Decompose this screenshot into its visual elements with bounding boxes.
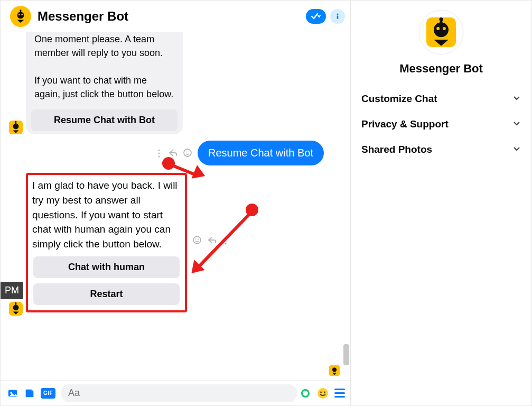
add-gif-button[interactable]: GIF <box>41 388 55 399</box>
svg-point-3 <box>18 14 20 15</box>
svg-point-22 <box>13 305 19 311</box>
svg-point-18 <box>198 239 199 240</box>
svg-point-27 <box>10 392 12 394</box>
svg-point-28 <box>318 388 328 399</box>
svg-point-25 <box>332 367 337 372</box>
user-message-row: Resume Chat with Bot <box>6 141 324 165</box>
svg-point-29 <box>320 391 322 393</box>
bot-message-text: One moment please. A team member will re… <box>26 32 183 106</box>
svg-point-10 <box>158 149 160 151</box>
bot-message-block: I am glad to have you back. I will try m… <box>6 169 344 312</box>
menu-button[interactable] <box>334 389 345 398</box>
message-actions <box>155 148 192 159</box>
svg-point-14 <box>186 151 187 152</box>
bot-bubble: One moment please. A team member will re… <box>26 32 183 134</box>
svg-point-15 <box>189 151 190 152</box>
bot-icon <box>9 121 23 134</box>
message-actions <box>192 235 229 246</box>
bot-icon <box>9 302 23 316</box>
svg-point-30 <box>324 391 325 393</box>
bot-message-block: One moment please. A team member will re… <box>6 32 344 134</box>
svg-point-4 <box>21 14 23 15</box>
section-customize-chat[interactable]: Customize Chat <box>358 86 524 112</box>
notification-mute-toggle[interactable] <box>306 9 326 24</box>
section-privacy-support[interactable]: Privacy & Support <box>358 112 524 137</box>
message-input[interactable] <box>61 384 297 402</box>
react-icon[interactable] <box>183 148 192 158</box>
svg-point-2 <box>20 10 21 11</box>
more-icon[interactable] <box>222 235 229 246</box>
svg-point-24 <box>15 302 17 304</box>
resume-chat-button[interactable]: Resume Chat with Bot <box>31 109 178 131</box>
seen-indicator-avatar <box>329 365 340 376</box>
pm-time-tag: PM <box>1 282 23 299</box>
chat-scrollbar[interactable] <box>342 32 350 380</box>
info-title: Messenger Bot <box>399 62 483 76</box>
svg-point-12 <box>158 155 160 157</box>
section-label: Shared Photos <box>361 144 432 155</box>
info-icon <box>334 13 341 20</box>
svg-point-33 <box>440 17 443 21</box>
chevron-down-icon <box>512 93 521 105</box>
svg-point-20 <box>225 240 226 242</box>
reply-icon[interactable] <box>207 235 217 245</box>
svg-point-13 <box>184 149 191 156</box>
chat-avatar[interactable] <box>10 6 31 27</box>
svg-point-17 <box>195 239 197 240</box>
svg-point-5 <box>337 13 338 15</box>
svg-point-19 <box>225 237 226 238</box>
restart-button[interactable]: Restart <box>33 283 180 305</box>
hamburger-icon <box>334 389 345 398</box>
svg-point-11 <box>158 152 160 154</box>
bot-icon <box>329 365 340 376</box>
reply-icon[interactable] <box>168 148 178 158</box>
svg-point-34 <box>436 27 440 30</box>
conversation-info-button[interactable] <box>330 9 345 24</box>
add-photo-button[interactable] <box>7 387 18 399</box>
bot-mini-avatar <box>9 121 23 134</box>
conversation-info-pane: Messenger Bot Customize Chat Privacy & S… <box>351 1 531 405</box>
bot-mini-avatar <box>9 302 23 316</box>
bot-icon <box>14 10 27 23</box>
bot-bubble-highlighted: I am glad to have you back. I will try m… <box>26 173 187 312</box>
chat-header: Messenger Bot <box>1 1 350 32</box>
section-label: Privacy & Support <box>361 118 449 130</box>
chevron-down-icon <box>512 144 521 155</box>
svg-point-35 <box>443 27 446 30</box>
chat-with-human-button[interactable]: Chat with human <box>33 256 180 278</box>
svg-point-21 <box>225 243 226 245</box>
chat-pane: Messenger Bot One moment please. A <box>1 1 351 405</box>
emoji-button[interactable] <box>316 387 329 400</box>
chat-scroll-area[interactable]: One moment please. A team member will re… <box>1 32 350 380</box>
bot-icon <box>426 17 456 47</box>
section-shared-photos[interactable]: Shared Photos <box>358 137 524 162</box>
section-label: Customize Chat <box>361 93 437 105</box>
user-bubble: Resume Chat with Bot <box>198 141 324 165</box>
svg-point-16 <box>193 236 201 244</box>
grammarly-icon <box>300 387 311 399</box>
chat-title: Messenger Bot <box>38 9 128 24</box>
composer: GIF <box>1 380 350 405</box>
more-icon[interactable] <box>155 148 163 159</box>
svg-rect-6 <box>337 15 339 19</box>
add-sticker-button[interactable] <box>24 387 35 399</box>
info-avatar[interactable] <box>419 10 463 54</box>
svg-point-9 <box>15 121 17 123</box>
check-dropdown-icon <box>311 13 321 20</box>
svg-point-7 <box>13 124 19 130</box>
react-icon[interactable] <box>192 235 202 245</box>
chevron-down-icon <box>512 118 521 130</box>
bot-message-text: I am glad to have you back. I will try m… <box>32 178 181 251</box>
